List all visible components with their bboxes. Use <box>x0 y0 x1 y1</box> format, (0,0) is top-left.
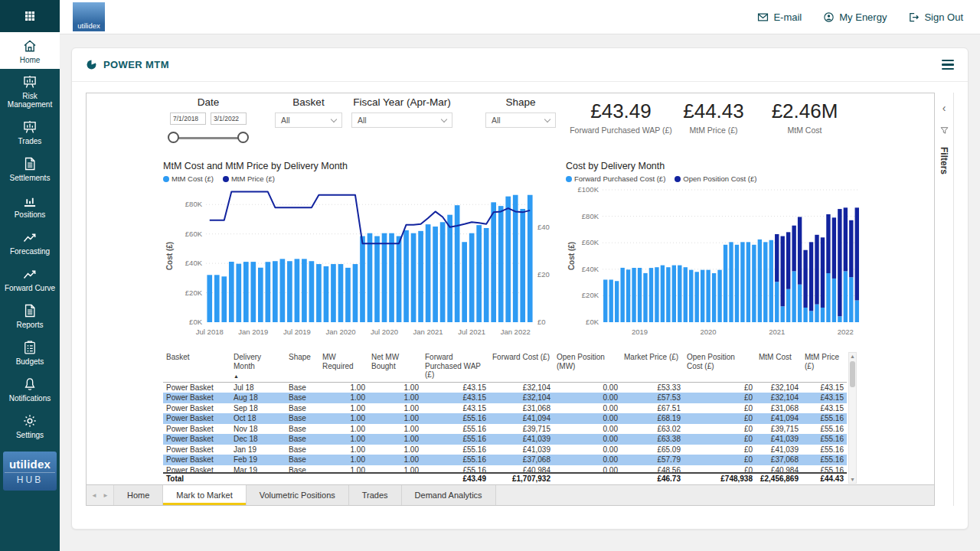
table-row-aug-18[interactable]: Power BasketAug 18Base1.001.00£43.15£32,… <box>163 393 847 403</box>
column-header-shape[interactable]: Shape <box>286 350 319 382</box>
basket-dropdown[interactable]: All <box>275 112 342 128</box>
scroll-down-icon[interactable]: ▼ <box>850 476 855 483</box>
brand-logo[interactable]: utilidex <box>73 2 105 31</box>
sidebar-item-forecasting[interactable]: Forecasting <box>0 223 60 260</box>
shape-dropdown[interactable]: All <box>485 112 556 128</box>
column-header-forward-cost-[interactable]: Forward Cost (£) <box>489 350 554 382</box>
table-cell: Power Basket <box>163 413 230 424</box>
sidebar-item-risk-management[interactable]: Risk Management <box>0 69 60 113</box>
sidebar-hub-logo[interactable]: utilidex HUB <box>3 452 57 491</box>
table-cell: Aug 18 <box>230 393 286 403</box>
sidebar-item-home[interactable]: Home <box>0 32 60 69</box>
table-cell: Power Basket <box>163 424 230 435</box>
tab-label: Mark to Market <box>176 491 232 500</box>
chart-mtm-combo-box: MtM Cost and MtM Price by Delivery Month… <box>163 159 557 344</box>
chart-mtm-combo[interactable]: £0K£20K£40K£60K£80K£0£20£40Jul 2018Jan 2… <box>163 184 555 341</box>
date-from-input[interactable] <box>170 112 206 125</box>
table-row-feb-19[interactable]: Power BasketFeb 19Base1.001.00£55.16£37,… <box>163 455 847 465</box>
legend-label: Forward Purchased Cost (£) <box>574 174 665 183</box>
table-cell: 1.00 <box>319 393 368 403</box>
legend-item-forward-purchased-cost-[interactable]: Forward Purchased Cost (£) <box>566 174 665 183</box>
column-header-basket[interactable]: Basket <box>163 350 230 382</box>
sidebar-item-trades[interactable]: Trades <box>0 113 60 150</box>
tab-prev-icon[interactable]: ◄ <box>91 492 97 499</box>
slider-handle-right[interactable] <box>237 132 249 143</box>
legend-dot-icon <box>223 176 229 182</box>
tab-home[interactable]: Home <box>114 485 163 505</box>
table-row-jan-19[interactable]: Power BasketJan 19Base1.001.00£55.16£41,… <box>163 445 847 455</box>
sidebar-item-label: Forward Curve <box>5 284 55 292</box>
column-header-mtm-price-[interactable]: MtM Price (£) <box>802 350 847 382</box>
column-header-net-mw-bought[interactable]: Net MW Bought <box>368 350 422 382</box>
fiscal-year-dropdown[interactable]: All <box>351 112 452 128</box>
table-scrollbar[interactable]: ▲ ▼ <box>848 352 857 484</box>
collapse-chevron-icon[interactable]: ‹ <box>942 103 946 112</box>
sidebar-item-label: Positions <box>15 210 46 219</box>
scroll-thumb[interactable] <box>850 361 855 387</box>
tab-demand-analytics[interactable]: Demand Analytics <box>402 485 496 505</box>
legend-item-mtm-price-[interactable]: MtM Price (£) <box>223 174 275 183</box>
table-row-dec-18[interactable]: Power BasketDec 18Base1.001.00£55.16£41,… <box>163 434 847 445</box>
page-title-group: POWER MTM <box>86 59 169 70</box>
kpi-label: MtM Cost <box>757 126 852 135</box>
table-row-sep-18[interactable]: Power BasketSep 18Base1.001.00£43.15£31,… <box>163 403 847 414</box>
table-cell: £0 <box>684 413 756 424</box>
table-cell: 0.00 <box>554 383 621 393</box>
column-header-mw-required[interactable]: MW Required <box>319 350 368 382</box>
table-row-jul-18[interactable]: Power BasketJul 18Base1.001.00£43.15£32,… <box>163 383 847 393</box>
table-cell: Base <box>286 424 319 435</box>
kpi-value: £44.43 <box>668 99 759 123</box>
table-cell <box>286 473 319 484</box>
table-cell: £41,094 <box>489 413 554 424</box>
apps-grid-button[interactable] <box>0 0 60 32</box>
sidebar-item-notifications[interactable]: Notifications <box>0 370 60 407</box>
column-header-open-position-mw-[interactable]: Open Position (MW) <box>554 350 621 382</box>
column-header-open-position-cost-[interactable]: Open Position Cost (£) <box>684 350 756 382</box>
table-cell: 1.00 <box>368 424 422 435</box>
tab-next-icon[interactable]: ► <box>103 492 109 499</box>
sidebar-item-forward-curve[interactable]: Forward Curve <box>0 260 60 297</box>
sidebar-item-settings[interactable]: Settings <box>0 407 60 444</box>
sidebar-item-reports[interactable]: Reports <box>0 297 60 334</box>
sidebar-item-settlements[interactable]: Settlements <box>0 150 60 187</box>
bell-icon <box>22 377 38 392</box>
topbar-link-my-energy[interactable]: My Energy <box>823 11 887 23</box>
legend-item-mtm-cost-[interactable]: MtM Cost (£) <box>163 174 214 183</box>
svg-text:£20K: £20K <box>185 289 203 297</box>
column-header-forward-purchased-wap-[interactable]: Forward Purchased WAP (£) <box>422 350 489 382</box>
table-row-mar-19[interactable]: Power BasketMar 19Base1.001.00£55.16£40,… <box>163 465 847 472</box>
table-row-oct-18[interactable]: Power BasketOct 18Base1.001.00£55.16£41,… <box>163 413 847 424</box>
column-header-mtm-cost[interactable]: MtM Cost <box>756 350 802 382</box>
chartboard-icon <box>22 119 38 135</box>
table-cell: Base <box>286 383 319 393</box>
topbar-link-sign-out[interactable]: Sign Out <box>908 11 963 23</box>
sidebar-item-budgets[interactable]: Budgets <box>0 334 60 370</box>
slider-handle-left[interactable] <box>168 132 179 143</box>
column-header-delivery-month[interactable]: Delivery Month▲ <box>230 350 286 382</box>
sidebar-item-positions[interactable]: Positions <box>0 187 60 223</box>
scroll-up-icon[interactable]: ▲ <box>850 353 855 360</box>
shape-filter: Shape All <box>485 96 556 128</box>
fiscal-year-filter-label: Fiscal Year (Apr-Mar) <box>351 96 452 108</box>
mtm-cost-bars[interactable] <box>207 195 532 322</box>
signout-icon <box>908 11 920 23</box>
table-cell: Jul 18 <box>230 383 286 393</box>
menu-icon[interactable] <box>942 57 954 73</box>
table-cell: £43.15 <box>802 393 847 403</box>
table-row-nov-18[interactable]: Power BasketNov 18Base1.001.00£55.16£39,… <box>163 424 847 435</box>
chevron-down-icon <box>441 116 447 122</box>
table-cell: 0.00 <box>554 424 621 435</box>
tab-mark-to-market[interactable]: Mark to Market <box>163 485 246 505</box>
date-range-slider[interactable] <box>168 132 249 144</box>
chart-cost-stacked[interactable]: £0K£20K£40K£60K£80K£100K2019202020212022… <box>566 184 866 341</box>
topbar-link-e-mail[interactable]: E-mail <box>757 11 802 23</box>
column-header-market-price-[interactable]: Market Price (£) <box>621 350 684 382</box>
legend-item-open-position-cost-[interactable]: Open Position Cost (£) <box>675 174 756 183</box>
hub-logo-subtext: HUB <box>5 472 55 485</box>
table-cell: Power Basket <box>163 403 230 414</box>
date-to-input[interactable] <box>211 112 247 125</box>
filter-funnel-icon[interactable] <box>939 125 949 135</box>
tab-trades[interactable]: Trades <box>349 485 402 505</box>
svg-text:£20K: £20K <box>582 291 599 299</box>
tab-volumetric-positions[interactable]: Volumetric Positions <box>247 485 349 505</box>
